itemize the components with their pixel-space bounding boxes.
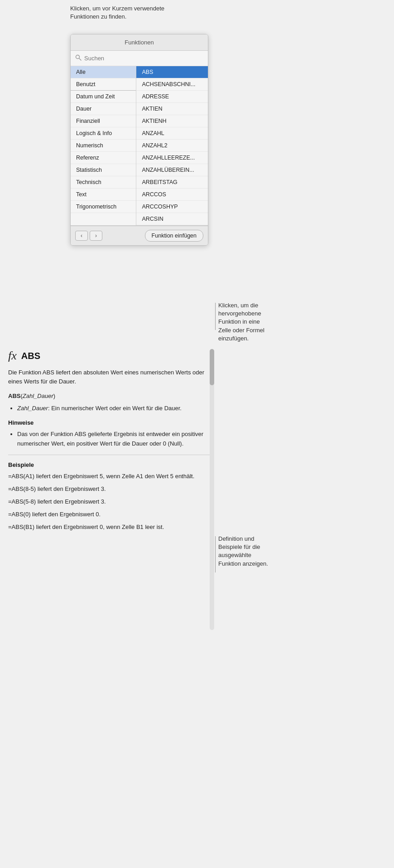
- detail-area: fx ABS Die Funktion ABS liefert den abso…: [8, 349, 210, 535]
- function-item-achsenabschnitt[interactable]: ACHSENABSCHNI...: [136, 78, 208, 91]
- category-item-datum-und-zeit[interactable]: Datum und Zeit: [71, 91, 136, 103]
- fx-icon: fx: [8, 349, 17, 363]
- category-item-referenz[interactable]: Referenz: [71, 152, 136, 164]
- example-5: =ABS(B1) liefert den Ergebniswert 0, wen…: [8, 523, 210, 532]
- list-item: Zahl_Dauer: Ein numerischer Wert oder ei…: [17, 404, 210, 413]
- category-item-finanziell[interactable]: Finanziell: [71, 115, 136, 127]
- function-item-adresse[interactable]: ADRESSE: [136, 91, 208, 103]
- function-title: ABS: [21, 351, 40, 361]
- function-item-aktienh[interactable]: AKTIENH: [136, 115, 208, 127]
- svg-line-1: [79, 58, 81, 60]
- examples-heading: Beispiele: [8, 461, 210, 468]
- list-area: Alle Benutzt Datum und Zeit Dauer Finanz…: [71, 66, 208, 226]
- panel-header: Funktionen: [71, 34, 208, 51]
- function-item-anzahl2[interactable]: ANZAHL2: [136, 140, 208, 152]
- category-item-technisch[interactable]: Technisch: [71, 176, 136, 189]
- search-input[interactable]: [84, 55, 203, 62]
- function-description: Die Funktion ABS liefert den absoluten W…: [8, 368, 210, 386]
- category-item-benutzt[interactable]: Benutzt: [71, 78, 136, 91]
- detail-title-row: fx ABS: [8, 349, 210, 363]
- function-item-anzahl[interactable]: ANZAHL: [136, 127, 208, 140]
- search-icon: [75, 54, 82, 62]
- list-item: Das von der Funktion ABS gelieferte Erge…: [17, 430, 210, 448]
- function-item-arccoshyp[interactable]: ARCCOSHYP: [136, 201, 208, 213]
- category-item-numerisch[interactable]: Numerisch: [71, 140, 136, 152]
- tooltip-insert-line: [215, 303, 216, 330]
- function-syntax: ABS(Zahl_Dauer): [8, 393, 210, 399]
- category-item-text[interactable]: Text: [71, 189, 136, 201]
- notes-list: Das von der Funktion ABS gelieferte Erge…: [8, 430, 210, 448]
- category-list: Alle Benutzt Datum und Zeit Dauer Finanz…: [71, 66, 136, 225]
- param-list: Zahl_Dauer: Ein numerischer Wert oder ei…: [8, 404, 210, 413]
- function-list: ABS ACHSENABSCHNI... ADRESSE AKTIEN AKTI…: [136, 66, 208, 225]
- nav-buttons: ‹ ›: [75, 231, 102, 241]
- category-item-alle[interactable]: Alle: [71, 66, 136, 78]
- function-item-arccos[interactable]: ARCCOS: [136, 189, 208, 201]
- function-item-anzahluberein[interactable]: ANZAHLÜBEREIN...: [136, 164, 208, 176]
- tooltip-detail: Definition undBeispiele für dieausgewähl…: [215, 535, 306, 572]
- tooltip-detail-line: [215, 536, 216, 572]
- scrollbar-thumb[interactable]: [210, 349, 214, 385]
- nav-prev-button[interactable]: ‹: [75, 231, 88, 241]
- example-2: =ABS(8-5) liefert den Ergebniswert 3.: [8, 485, 210, 494]
- search-bar: [71, 51, 208, 66]
- function-item-anzahlleereze[interactable]: ANZAHLLEEREZE...: [136, 152, 208, 164]
- functions-panel: Funktionen Alle Benutzt Datum und Zeit D…: [70, 34, 208, 246]
- function-item-arbeitstag[interactable]: ARBEITSTAG: [136, 176, 208, 189]
- tooltip-insert: Klicken, um diehervorgehobeneFunktion in…: [215, 301, 306, 343]
- example-1: =ABS(A1) liefert den Ergebniswert 5, wen…: [8, 472, 210, 481]
- example-3: =ABS(5-8) liefert den Ergebniswert 3.: [8, 497, 210, 506]
- notes-heading: Hinweise: [8, 419, 210, 426]
- function-item-aktien[interactable]: AKTIEN: [136, 103, 208, 115]
- nav-next-button[interactable]: ›: [90, 231, 102, 241]
- category-item-logisch-info[interactable]: Logisch & Info: [71, 127, 136, 140]
- panel-footer: ‹ › Funktion einfügen: [71, 226, 208, 245]
- category-item-dauer[interactable]: Dauer: [71, 103, 136, 115]
- example-4: =ABS(0) liefert den Ergebniswert 0.: [8, 510, 210, 519]
- function-item-abs[interactable]: ABS: [136, 66, 208, 78]
- function-item-arcsin[interactable]: ARCSIN: [136, 213, 208, 225]
- category-item-statistisch[interactable]: Statistisch: [71, 164, 136, 176]
- divider: [8, 455, 210, 455]
- category-item-trigonometrisch[interactable]: Trigonometrisch: [71, 201, 136, 213]
- tooltip-top: Klicken, um vor Kurzem verwendete Funkti…: [70, 5, 170, 21]
- insert-function-button[interactable]: Funktion einfügen: [145, 230, 203, 242]
- scrollbar-track: [210, 349, 214, 630]
